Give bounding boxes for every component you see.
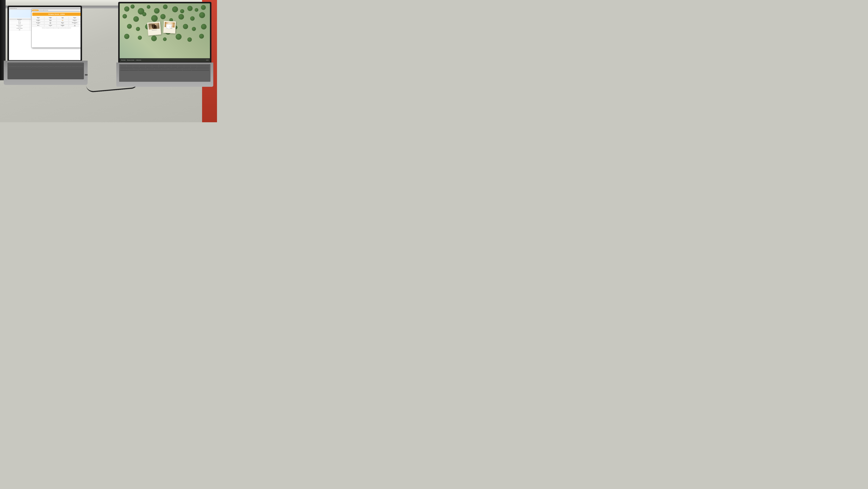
key[interactable] — [190, 65, 197, 66]
green-circle — [183, 24, 188, 29]
key-caps[interactable] — [8, 66, 20, 67]
key[interactable] — [146, 65, 152, 66]
key-ctrl-right[interactable] — [120, 69, 129, 70]
octane-browser-bar: Octane 2.0 chromium.github.io/octane — [32, 9, 81, 12]
key[interactable] — [120, 65, 126, 66]
key[interactable] — [67, 63, 72, 64]
key[interactable] — [37, 66, 43, 67]
keyboard-area-right — [119, 64, 211, 82]
screen-content-right: Accessories Safari Antique Shut down — [120, 3, 210, 62]
key[interactable] — [190, 66, 197, 67]
key[interactable] — [43, 66, 49, 67]
key[interactable] — [57, 64, 62, 66]
key[interactable] — [152, 66, 158, 67]
key-arrow-right[interactable] — [78, 67, 83, 69]
key-backspace[interactable] — [73, 63, 83, 64]
key[interactable] — [134, 68, 141, 69]
key-backspace-right[interactable] — [197, 65, 209, 66]
key[interactable] — [165, 66, 171, 67]
octane-cell-splaylatency: SplayLatency 8540 — [69, 19, 81, 22]
key[interactable] — [40, 63, 46, 64]
green-circle — [199, 12, 205, 18]
key-alt-right-2[interactable] — [183, 69, 191, 70]
photo-widget-chess[interactable]: Accessories — [147, 22, 161, 36]
key[interactable] — [51, 64, 56, 66]
key[interactable] — [141, 68, 148, 69]
key[interactable] — [168, 68, 175, 69]
key-space[interactable] — [26, 67, 54, 69]
key[interactable] — [178, 65, 184, 66]
key-shift-right-3[interactable] — [192, 69, 209, 70]
key[interactable] — [35, 64, 40, 66]
key[interactable] — [46, 64, 51, 66]
octane-cell-box2dweb: Box2DWeb 12041 — [57, 24, 69, 27]
key[interactable] — [55, 66, 60, 67]
key-shift-right[interactable] — [72, 66, 83, 67]
key-space-right[interactable] — [138, 69, 183, 70]
key[interactable] — [66, 66, 71, 67]
key[interactable] — [8, 63, 13, 64]
key-arrow-left[interactable] — [60, 67, 65, 69]
key-ctrl-left[interactable] — [8, 67, 20, 69]
screen-content-left: browsermark.org JETSTREAM 54.488 Benchma… — [9, 7, 81, 60]
key[interactable] — [127, 65, 133, 66]
key[interactable] — [51, 63, 57, 64]
key-tab-right[interactable] — [120, 66, 133, 67]
key-shift-right-r[interactable] — [196, 68, 209, 69]
key-arrow-up[interactable] — [66, 67, 71, 69]
key-enter[interactable] — [72, 64, 83, 66]
key[interactable] — [146, 66, 152, 67]
key-alt[interactable] — [20, 67, 25, 69]
key[interactable] — [155, 68, 161, 69]
key[interactable] — [35, 63, 40, 64]
key[interactable] — [40, 64, 46, 66]
key[interactable] — [57, 63, 62, 64]
key[interactable] — [152, 65, 158, 66]
key[interactable] — [159, 65, 165, 66]
key[interactable] — [182, 68, 189, 69]
key[interactable] — [171, 65, 178, 66]
key[interactable] — [139, 66, 146, 67]
key[interactable] — [19, 63, 24, 64]
key[interactable] — [161, 68, 168, 69]
key-enter-right[interactable] — [197, 66, 209, 67]
key[interactable] — [184, 66, 190, 67]
key[interactable] — [30, 64, 35, 66]
key[interactable] — [140, 65, 146, 66]
key-arrow-down[interactable] — [71, 67, 77, 69]
key[interactable] — [19, 64, 24, 66]
key[interactable] — [175, 68, 182, 69]
key[interactable] — [30, 63, 35, 64]
key[interactable] — [178, 66, 184, 67]
key[interactable] — [133, 65, 139, 66]
key[interactable] — [171, 66, 178, 67]
taskbar-guest[interactable]: Browse as Guest — [127, 60, 134, 61]
key[interactable] — [31, 66, 37, 67]
key[interactable] — [20, 66, 25, 67]
photo-widget-coffee[interactable]: Safari Antique — [163, 21, 176, 33]
key[interactable] — [14, 63, 19, 64]
key[interactable] — [62, 64, 67, 66]
key[interactable] — [189, 68, 196, 69]
key[interactable] — [24, 63, 30, 64]
taskbar-shutdown[interactable]: Shut down — [121, 60, 126, 61]
key[interactable] — [49, 66, 54, 67]
key[interactable] — [133, 66, 139, 67]
key[interactable] — [67, 64, 72, 66]
keyboard-sim-right — [119, 64, 211, 71]
key[interactable] — [165, 65, 171, 66]
key[interactable] — [184, 65, 190, 66]
taskbar-add-person[interactable]: + Add person — [136, 60, 141, 61]
key-tab[interactable] — [8, 64, 19, 66]
key[interactable] — [60, 66, 66, 67]
key[interactable] — [26, 66, 31, 67]
key-alt-right-r[interactable] — [129, 69, 138, 70]
usb-connector — [85, 74, 88, 76]
key-caps-right[interactable] — [120, 68, 134, 69]
key[interactable] — [62, 63, 67, 64]
key-alt-right[interactable] — [54, 67, 60, 69]
key[interactable] — [158, 66, 165, 67]
key[interactable] — [46, 63, 51, 64]
key[interactable] — [24, 64, 29, 66]
key[interactable] — [148, 68, 154, 69]
